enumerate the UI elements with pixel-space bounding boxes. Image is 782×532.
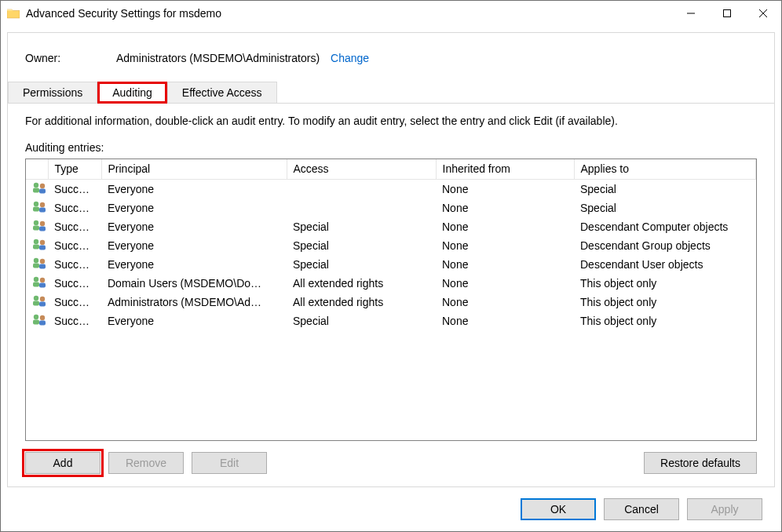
- row-inherited: None: [436, 312, 574, 330]
- row-access: Special: [287, 255, 436, 274]
- apply-button: Apply: [687, 498, 762, 520]
- row-applies: This object only: [574, 274, 756, 293]
- tab-permissions[interactable]: Permissions: [8, 82, 97, 104]
- svg-point-18: [40, 240, 45, 245]
- row-applies: Special: [574, 199, 756, 217]
- owner-row: Owner: Administrators (MSDEMO\Administra…: [8, 33, 774, 82]
- ok-button[interactable]: OK: [521, 498, 596, 520]
- svg-point-8: [34, 202, 38, 206]
- add-button[interactable]: Add: [25, 452, 100, 474]
- row-icon-cell: [26, 293, 48, 312]
- users-icon: [32, 181, 48, 194]
- svg-point-28: [34, 296, 38, 301]
- row-access: Special: [287, 312, 436, 330]
- folder-icon: [7, 8, 20, 19]
- users-icon: [32, 238, 48, 250]
- row-applies: Special: [574, 180, 756, 199]
- svg-point-32: [34, 315, 38, 319]
- row-icon-cell: [26, 217, 48, 236]
- svg-rect-13: [33, 226, 39, 231]
- row-inherited: None: [436, 199, 574, 217]
- row-principal: Everyone: [101, 199, 287, 217]
- content-panel: Owner: Administrators (MSDEMO\Administra…: [7, 32, 775, 487]
- row-principal: Everyone: [101, 312, 287, 330]
- table-row[interactable]: Succ…EveryoneSpecialNoneDescendant Compu…: [26, 217, 756, 236]
- restore-defaults-button[interactable]: Restore defaults: [644, 452, 757, 474]
- svg-rect-27: [39, 283, 46, 288]
- table-row[interactable]: Succ…EveryoneNoneSpecial: [26, 199, 756, 217]
- tab-body: For additional information, double-click…: [8, 104, 774, 486]
- row-icon-cell: [26, 312, 48, 330]
- owner-label: Owner:: [25, 52, 116, 64]
- svg-point-4: [34, 183, 38, 188]
- svg-point-34: [40, 315, 45, 320]
- col-header-inherited[interactable]: Inherited from: [436, 159, 574, 180]
- row-principal: Everyone: [101, 180, 287, 199]
- remove-button: Remove: [108, 452, 184, 474]
- entries-label: Auditing entries:: [25, 141, 757, 154]
- svg-rect-25: [33, 282, 39, 287]
- table-row[interactable]: Succ…EveryoneSpecialNoneThis object only: [26, 312, 756, 330]
- users-icon: [32, 313, 48, 326]
- tab-auditing[interactable]: Auditing: [97, 82, 167, 104]
- row-icon-cell: [26, 199, 48, 217]
- row-icon-cell: [26, 180, 48, 199]
- content-outer: Owner: Administrators (MSDEMO\Administra…: [1, 26, 781, 531]
- svg-point-24: [34, 277, 38, 282]
- row-applies: This object only: [574, 312, 756, 330]
- svg-rect-23: [39, 264, 46, 269]
- owner-change-link[interactable]: Change: [331, 52, 369, 64]
- svg-rect-9: [33, 207, 39, 212]
- row-inherited: None: [436, 180, 574, 199]
- col-header-type[interactable]: Type: [48, 159, 101, 180]
- svg-point-10: [40, 202, 45, 207]
- security-settings-window: Advanced Security Settings for msdemo Ow…: [0, 0, 782, 532]
- table-row[interactable]: Succ…EveryoneNoneSpecial: [26, 180, 756, 199]
- close-button[interactable]: [745, 1, 781, 26]
- entry-buttons-row: Add Remove Edit Restore defaults: [25, 452, 757, 474]
- table-row[interactable]: Succ…Domain Users (MSDEMO\Do…All extende…: [26, 274, 756, 293]
- row-icon-cell: [26, 236, 48, 255]
- svg-rect-15: [39, 227, 46, 231]
- titlebar: Advanced Security Settings for msdemo: [1, 1, 781, 26]
- row-inherited: None: [436, 274, 574, 293]
- svg-rect-17: [33, 245, 39, 250]
- tab-effective-access[interactable]: Effective Access: [167, 82, 277, 104]
- svg-rect-33: [33, 320, 39, 325]
- window-controls: [673, 1, 781, 26]
- row-principal: Everyone: [101, 255, 287, 274]
- row-applies: Descendant User objects: [574, 255, 756, 274]
- row-access: Special: [287, 236, 436, 255]
- svg-point-20: [34, 258, 38, 263]
- minimize-button[interactable]: [673, 1, 709, 26]
- row-type: Succ…: [48, 293, 101, 312]
- svg-rect-21: [33, 264, 39, 268]
- table-row[interactable]: Succ…Administrators (MSDEMO\Ad…All exten…: [26, 293, 756, 312]
- row-type: Succ…: [48, 217, 101, 236]
- cancel-button[interactable]: Cancel: [604, 498, 679, 520]
- svg-point-16: [34, 239, 38, 244]
- col-header-principal[interactable]: Principal: [101, 159, 287, 180]
- row-access: Special: [287, 217, 436, 236]
- svg-rect-31: [39, 302, 46, 307]
- table-row[interactable]: Succ…EveryoneSpecialNoneDescendant Group…: [26, 236, 756, 255]
- info-text: For additional information, double-click…: [25, 115, 757, 127]
- dialog-buttons: OK Cancel Apply: [7, 487, 775, 531]
- users-icon: [32, 200, 48, 213]
- row-applies: Descendant Computer objects: [574, 217, 756, 236]
- svg-point-30: [40, 297, 45, 301]
- svg-point-22: [40, 259, 45, 264]
- table-row[interactable]: Succ…EveryoneSpecialNoneDescendant User …: [26, 255, 756, 274]
- svg-rect-7: [39, 189, 46, 194]
- row-type: Succ…: [48, 199, 101, 217]
- row-principal: Everyone: [101, 217, 287, 236]
- auditing-table[interactable]: Type Principal Access Inherited from App…: [26, 159, 756, 330]
- col-header-access[interactable]: Access: [287, 159, 436, 180]
- users-icon: [32, 294, 48, 307]
- row-type: Succ…: [48, 274, 101, 293]
- maximize-button[interactable]: [709, 1, 745, 26]
- col-header-icon[interactable]: [26, 159, 48, 180]
- col-header-applies[interactable]: Applies to: [574, 159, 756, 180]
- table-header-row: Type Principal Access Inherited from App…: [26, 159, 756, 180]
- row-type: Succ…: [48, 312, 101, 330]
